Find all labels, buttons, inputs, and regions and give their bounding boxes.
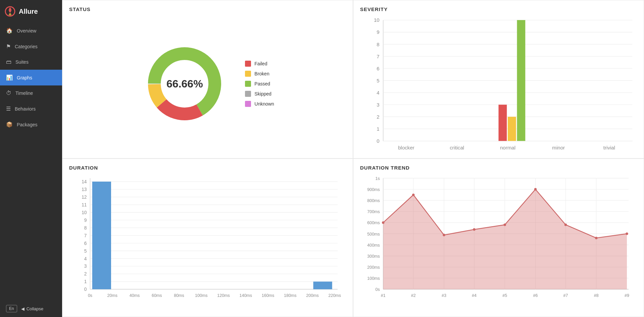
collapse-button[interactable]: ◀ Collapse	[21, 306, 44, 311]
svg-text:3: 3	[84, 263, 87, 269]
trend-point-5	[504, 224, 506, 226]
legend-passed-color	[245, 81, 251, 87]
svg-text:#8: #8	[594, 293, 599, 298]
packages-icon: 📦	[6, 121, 13, 128]
duration-bar-200ms	[313, 281, 332, 289]
svg-text:#9: #9	[625, 293, 629, 298]
sidebar-item-suites-label: Suites	[15, 59, 29, 65]
collapse-label: Collapse	[27, 306, 44, 311]
status-content: 66.66% Failed Broken Passed Skipped	[69, 15, 346, 152]
svg-text:14: 14	[82, 179, 87, 184]
svg-text:#4: #4	[472, 293, 477, 298]
svg-text:800ms: 800ms	[367, 198, 380, 203]
allure-logo-icon	[5, 6, 15, 17]
svg-text:11: 11	[82, 202, 87, 207]
legend-unknown-color	[245, 101, 251, 107]
svg-text:8: 8	[377, 42, 379, 47]
graphs-icon: 📊	[6, 74, 13, 81]
svg-text:80ms: 80ms	[174, 293, 184, 298]
svg-text:20ms: 20ms	[107, 293, 117, 298]
trend-point-8	[595, 237, 598, 239]
svg-text:10: 10	[374, 17, 380, 23]
language-button[interactable]: En	[6, 305, 17, 312]
svg-text:160ms: 160ms	[262, 293, 274, 298]
sidebar-item-graphs[interactable]: 📊 Graphs	[0, 70, 62, 85]
svg-text:5: 5	[377, 78, 379, 83]
sidebar-item-behaviors-label: Behaviors	[15, 106, 36, 112]
svg-text:blocker: blocker	[398, 145, 414, 150]
legend-broken-color	[245, 71, 251, 77]
svg-text:3: 3	[377, 102, 379, 108]
trend-svg: 0s 100ms 200ms 300ms 400ms 500ms 600ms 7…	[360, 174, 637, 311]
behaviors-icon: ☰	[6, 106, 11, 112]
svg-text:#5: #5	[502, 293, 507, 298]
svg-text:100ms: 100ms	[367, 276, 380, 281]
svg-text:1s: 1s	[376, 176, 380, 181]
flag-icon: ⚑	[6, 43, 11, 50]
svg-text:0: 0	[377, 138, 379, 144]
legend-skipped: Skipped	[245, 91, 274, 97]
duration-trend-title: DURATION TREND	[360, 165, 637, 171]
svg-text:500ms: 500ms	[367, 232, 380, 236]
svg-text:60ms: 60ms	[152, 293, 162, 298]
svg-text:5: 5	[84, 248, 87, 253]
svg-text:6: 6	[377, 66, 379, 71]
svg-text:#3: #3	[442, 293, 446, 298]
home-icon: 🏠	[6, 27, 13, 34]
legend-failed: Failed	[245, 61, 274, 67]
sidebar-item-packages[interactable]: 📦 Packages	[0, 117, 62, 132]
svg-text:9: 9	[84, 217, 87, 223]
severity-title: SEVERITY	[360, 6, 637, 12]
svg-text:140ms: 140ms	[240, 293, 252, 298]
trend-point-3	[443, 234, 445, 237]
svg-text:7: 7	[377, 54, 379, 59]
svg-text:600ms: 600ms	[367, 220, 380, 225]
svg-text:#1: #1	[381, 293, 386, 298]
svg-text:critical: critical	[450, 145, 464, 150]
sidebar-item-overview[interactable]: 🏠 Overview	[0, 23, 62, 39]
svg-text:12: 12	[82, 194, 87, 200]
severity-bar-failed	[499, 105, 507, 141]
svg-text:100ms: 100ms	[195, 293, 207, 298]
collapse-arrow-icon: ◀	[21, 306, 24, 311]
trend-point-2	[412, 194, 415, 196]
sidebar-item-suites[interactable]: 🗃 Suites	[0, 54, 62, 70]
trend-point-7	[564, 224, 567, 226]
legend-broken: Broken	[245, 71, 274, 77]
legend-skipped-color	[245, 91, 251, 97]
svg-text:13: 13	[82, 187, 87, 192]
duration-panel: DURATION 0 1 2 3 4 5 6 7	[62, 158, 353, 317]
svg-text:6: 6	[84, 241, 87, 246]
svg-text:4: 4	[84, 256, 87, 261]
duration-title: DURATION	[69, 165, 346, 171]
svg-text:700ms: 700ms	[367, 209, 380, 214]
app-title: Allure	[19, 8, 38, 15]
sidebar-item-categories[interactable]: ⚑ Categories	[0, 39, 62, 54]
legend-failed-color	[245, 61, 251, 67]
sidebar-item-behaviors[interactable]: ☰ Behaviors	[0, 101, 62, 117]
trend-point-9	[626, 233, 628, 235]
svg-text:10: 10	[82, 210, 87, 215]
svg-text:#7: #7	[563, 293, 568, 298]
duration-trend-panel: DURATION TREND 0s 100ms 200ms 300ms 400m…	[353, 158, 644, 317]
sidebar: Allure 🏠 Overview ⚑ Categories 🗃 Suites …	[0, 0, 62, 317]
svg-text:40ms: 40ms	[130, 293, 140, 298]
severity-chart: 0 1 2 3 4 5 6 7 8 9 10	[360, 15, 637, 158]
legend-passed-label: Passed	[254, 81, 270, 86]
svg-text:8: 8	[84, 225, 87, 231]
status-panel: STATUS 66.66%	[62, 0, 353, 158]
severity-bar-broken	[508, 117, 516, 141]
sidebar-item-timeline[interactable]: ⏱ Timeline	[0, 85, 62, 101]
svg-text:#2: #2	[411, 293, 416, 298]
status-legend: Failed Broken Passed Skipped Unknown	[245, 61, 274, 107]
donut-chart: 66.66%	[141, 40, 228, 127]
severity-bar-passed	[517, 20, 526, 141]
trend-point-1	[382, 221, 385, 224]
svg-text:200ms: 200ms	[367, 265, 380, 270]
legend-unknown: Unknown	[245, 101, 274, 107]
nav-items: 🏠 Overview ⚑ Categories 🗃 Suites 📊 Graph…	[0, 23, 62, 132]
svg-text:120ms: 120ms	[217, 293, 230, 298]
sidebar-item-categories-label: Categories	[15, 44, 38, 49]
duration-svg: 0 1 2 3 4 5 6 7 8 9 10	[69, 174, 346, 311]
sidebar-item-overview-label: Overview	[17, 28, 36, 34]
